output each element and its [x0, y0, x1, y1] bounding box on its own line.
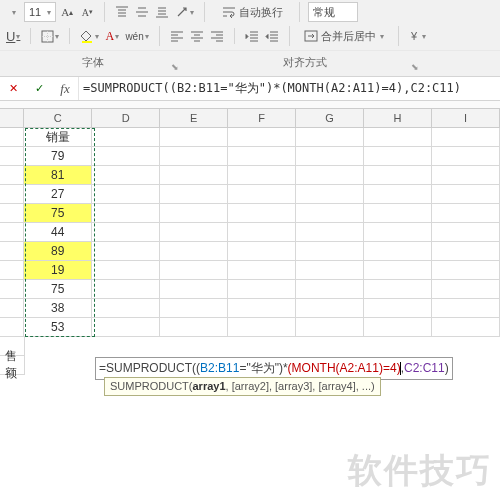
col-header-D[interactable]: D — [92, 109, 160, 127]
group-align-label: 对齐方式⬊ — [185, 51, 425, 76]
col-header-C[interactable]: C — [24, 109, 92, 127]
col-header-H[interactable]: H — [364, 109, 432, 127]
font-size-input[interactable]: 11▾ — [24, 2, 56, 22]
data-cell[interactable]: 75 — [24, 204, 92, 223]
data-cell[interactable]: 19 — [24, 261, 92, 280]
data-cell[interactable]: 75 — [24, 280, 92, 299]
orientation-icon[interactable]: ▾ — [173, 2, 196, 22]
col-header-I[interactable]: I — [432, 109, 500, 127]
align-top-icon[interactable] — [113, 2, 131, 22]
font-dialog-icon[interactable]: ⬊ — [171, 62, 179, 72]
align-middle-icon[interactable] — [133, 2, 151, 22]
underline-button[interactable]: U▾ — [4, 26, 22, 46]
phonetic-icon[interactable]: wén▾ — [123, 26, 150, 46]
font-color-icon[interactable]: A▾ — [103, 26, 121, 46]
data-cell[interactable]: 38 — [24, 299, 92, 318]
col-header-G[interactable]: G — [296, 109, 364, 127]
group-font-label: 字体⬊ — [0, 51, 185, 76]
align-left-icon[interactable] — [168, 26, 186, 46]
spreadsheet-grid[interactable]: CDEFGHI 销量79812775448919753853 售额 =SUMPR… — [0, 109, 500, 375]
svg-text:¥: ¥ — [410, 30, 418, 42]
decrease-font-icon[interactable]: A▾ — [78, 2, 96, 22]
font-family-dropdown[interactable]: ▾ — [4, 2, 22, 22]
formula-input[interactable]: =SUMPRODUCT((B2:B11="华为")*(MONTH(A2:A11)… — [78, 77, 500, 100]
enter-icon[interactable]: ✓ — [26, 82, 52, 95]
cancel-icon[interactable]: ✕ — [0, 82, 26, 95]
data-cell[interactable]: 27 — [24, 185, 92, 204]
currency-icon[interactable]: ¥▾ — [407, 26, 428, 46]
fill-color-icon[interactable]: ▾ — [78, 26, 101, 46]
watermark: 软件技巧 — [348, 448, 492, 494]
data-cell[interactable]: 44 — [24, 223, 92, 242]
fx-icon[interactable]: fx — [52, 81, 78, 97]
col-header-E[interactable]: E — [160, 109, 228, 127]
increase-font-icon[interactable]: A▴ — [58, 2, 76, 22]
align-center-icon[interactable] — [188, 26, 206, 46]
row-label: 售额 — [0, 356, 25, 375]
align-right-icon[interactable] — [208, 26, 226, 46]
data-cell[interactable]: 79 — [24, 147, 92, 166]
ribbon: ▾ 11▾ A▴ A▾ ▾ 自动换行 常规 U▾ ▾ ▾ A▾ wén▾ 合并后… — [0, 0, 500, 77]
svg-rect-0 — [42, 31, 53, 42]
border-icon[interactable]: ▾ — [39, 26, 61, 46]
svg-rect-1 — [82, 41, 92, 43]
data-cell[interactable]: 53 — [24, 318, 92, 337]
col-header-F[interactable]: F — [228, 109, 296, 127]
align-bottom-icon[interactable] — [153, 2, 171, 22]
increase-indent-icon[interactable] — [263, 26, 281, 46]
merge-center-button[interactable]: 合并后居中▾ — [298, 26, 390, 46]
function-tooltip: SUMPRODUCT(array1, [array2], [array3], [… — [104, 377, 381, 396]
data-cell[interactable]: 81 — [24, 166, 92, 185]
decrease-indent-icon[interactable] — [243, 26, 261, 46]
formula-bar: ✕ ✓ fx =SUMPRODUCT((B2:B11="华为")*(MONTH(… — [0, 77, 500, 101]
wrap-text-button[interactable]: 自动换行 — [213, 2, 291, 22]
column-headers: CDEFGHI — [0, 109, 500, 128]
number-format-dropdown[interactable]: 常规 — [308, 2, 358, 22]
data-cell[interactable]: 89 — [24, 242, 92, 261]
align-dialog-icon[interactable]: ⬊ — [411, 62, 419, 72]
header-cell: 销量 — [24, 128, 92, 147]
